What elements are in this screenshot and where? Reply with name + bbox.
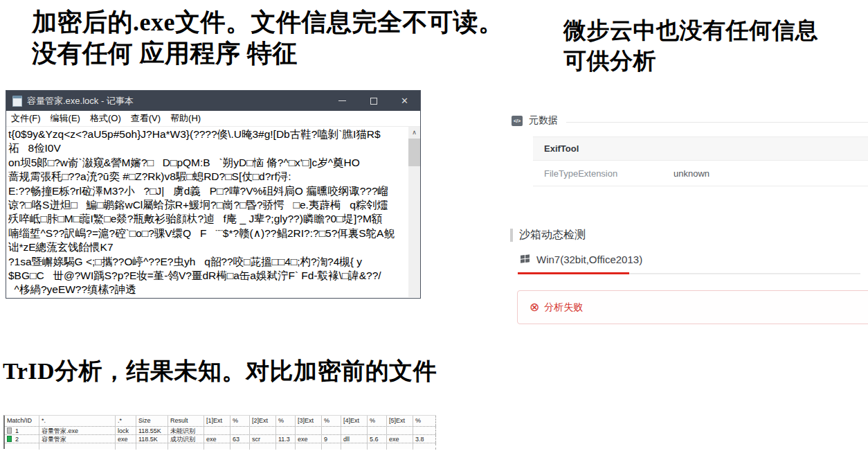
trid-table: Match/ID *. .* Size Result [1]Ext % [2]E… [3,415,436,449]
column-header: % [230,416,250,426]
cell-value: exe [116,435,136,443]
notepad-titlebar[interactable]: 容量管家.exe.lock - 记事本 ✕ [6,91,420,111]
notepad-app-icon [12,96,22,107]
column-header: % [276,416,296,426]
cell-value: 容量管家 [39,435,116,443]
heading-line: 可供分析 [563,46,819,76]
notepad-window: 容量管家.exe.lock - 记事本 ✕ 文件(F) 编辑(E) 格式(O) … [6,90,421,299]
text-line: ?1sa暨嶰媇騔G <;□攜??O嵉^??E?虫yh q韶??咬□茈搵□□4□;… [8,255,408,269]
cell-value [276,427,296,434]
error-circle-x-icon: ⊗ [530,301,539,313]
cell-value: 1 [15,427,19,434]
table-row: FileTypeExtension unknown [533,161,868,186]
menu-edit[interactable]: 编辑(E) [46,112,85,125]
cell-value: 成功识别 [168,435,204,443]
text-line: 蔷规霌張秏□??a㳘?ū奕 #□Z?Rk)v8騢□螅RD?□S[仗□d?rf浔: [8,170,408,184]
cell-value [387,427,413,434]
scroll-up-icon[interactable]: ∧ [408,127,420,138]
column-header: .* [116,416,136,426]
cell-value [413,427,436,434]
menu-help[interactable]: 帮助(H) [165,112,206,125]
text-line: 谅?□咯S迸炟□ 鯿□鹕鎔wCl屬蛤孮R+鰀坰?□崗?□昬?骄愕 □e.夷薜槆 … [8,198,408,212]
cell-value: exe [204,435,230,443]
heading-encrypted-exe: 加密后的.exe文件。文件信息完全不可读。 没有任何 应用程序 特征 [32,7,503,69]
vertical-scrollbar[interactable]: ∧ [408,127,420,297]
scrollbar-thumb[interactable] [408,139,420,166]
cell-value [204,427,230,434]
table-row: 2 容量管家 exe 118.5K 成功识别 exe 63 scr 11.3 e… [5,434,436,443]
match-id-cell: 1 [5,427,39,434]
cell-value [296,427,322,434]
menu-file[interactable]: 文件(F) [6,112,46,125]
exif-key: FileTypeExtension [533,168,673,179]
menu-format[interactable]: 格式(O) [85,112,126,125]
heading-threatbook-noinfo: 微步云中也没有任何信息 可供分析 [563,15,819,76]
notepad-menubar: 文件(F) 编辑(E) 格式(O) 查看(V) 帮助(H) [6,111,420,127]
analysis-failed-alert: ⊗ 分析失败 [517,290,868,324]
cell-value [368,427,387,434]
notepad-window-title: 容量管家.exe.lock - 记事本 [27,95,327,107]
column-header: % [322,416,341,426]
heading-line: 微步云中也没有任何信息 [563,15,819,46]
code-icon: </> [512,116,523,126]
row-marker-green [7,436,12,442]
cell-value: 63 [230,435,250,443]
heading-trid: TrID分析，结果未知。对比加密前的文件 [3,356,437,387]
exif-value: unknown [673,168,709,179]
cell-value: 118.55K [136,427,168,434]
column-header: *. [39,416,116,426]
text-line: 喃缁埑^S??訳嶋?=滬?硿`□o□?骒V缳Q F ¨¨$*?赣(∧)??鲳2R… [8,227,408,240]
page: 加密后的.exe文件。文件信息完全不可读。 没有任何 应用程序 特征 微步云中也… [0,0,868,451]
maximize-icon [370,98,377,105]
section-marker-bar [510,229,513,242]
maximize-button[interactable] [358,91,389,111]
minimize-button[interactable] [327,91,358,111]
windows-logo-icon [521,254,530,264]
text-line: E:??畅撞E栎?rl砬澤M3?小 ?□J| 虜d義 P□?嘩?V%砠斘扃O 瘺… [8,184,408,198]
cell-value: 5.6 [368,435,387,443]
column-header: % [368,416,387,426]
cell-value [250,427,276,434]
column-header: % [413,416,436,426]
text-line: $BG□C 丗@?WI踽S?p?E妆=堇-鸰V?畺dR槆□a缶a娛弒泞F` Fd… [8,269,408,283]
cell-value: exe [296,435,322,443]
cell-value: 3.8 [413,435,436,443]
sandbox-section-title: 沙箱动态检测 [519,228,586,242]
cell-value: 9 [322,435,341,443]
cell-value: 2 [15,436,19,443]
column-header: [4]Ext [341,416,368,426]
text-line: 殀啐岻□胩□M□虈I鰵□e燚?瓶敟衫骀顔杕?逌 f庵 _ J辈?;gly??)瞵… [8,212,408,226]
menu-view[interactable]: 查看(V) [126,112,165,125]
exiftool-table: ExifTool FileTypeExtension unknown [533,136,868,186]
sandbox-section-header: 沙箱动态检测 [510,228,586,242]
column-header: [3]Ext [296,416,322,426]
error-message: 分析失败 [544,301,583,314]
cell-value: lock [116,427,136,434]
cell-value: scr [250,435,276,443]
column-header: Size [136,416,168,426]
cell-value: 容量管家.exe [39,427,116,434]
text-line: ^栘緺?yeEW??缜榡?訷透 [8,283,408,297]
column-header: [5]Ext [387,416,413,426]
column-header: [2]Ext [250,416,276,426]
text-line: t{0$9y&Yzq<z<?aU5p#5oh}J?Ha*W3}(????倏\.U… [8,127,408,141]
close-icon: ✕ [401,96,408,105]
column-header: Result [168,416,204,426]
text-line: 祏 8俭I0V [8,141,408,155]
divider [566,122,868,123]
trid-header-row: Match/ID *. .* Size Result [1]Ext % [2]E… [5,416,436,426]
heading-line: TrID分析，结果未知。对比加密前的文件 [3,356,437,387]
close-button[interactable]: ✕ [389,91,420,111]
minimize-icon [338,100,346,101]
text-line: 诎*zE總蓅玄饯飴愄K7 [8,240,408,254]
tab-track-line [629,273,860,274]
active-tab-underline [518,272,629,274]
exiftool-table-header: ExifTool [533,136,868,161]
heading-line: 没有任何 应用程序 特征 [32,38,503,69]
cell-value [322,427,341,434]
cell-value: exe [387,435,413,443]
metadata-section-title: 元数据 [529,114,558,127]
notepad-text-area[interactable]: t{0$9y&Yzq<z<?aU5p#5oh}J?Ha*W3}(????倏\.U… [6,127,408,297]
tab-label: Win7(32bit,Office2013) [536,254,642,265]
tab-win7[interactable]: Win7(32bit,Office2013) [521,254,642,265]
